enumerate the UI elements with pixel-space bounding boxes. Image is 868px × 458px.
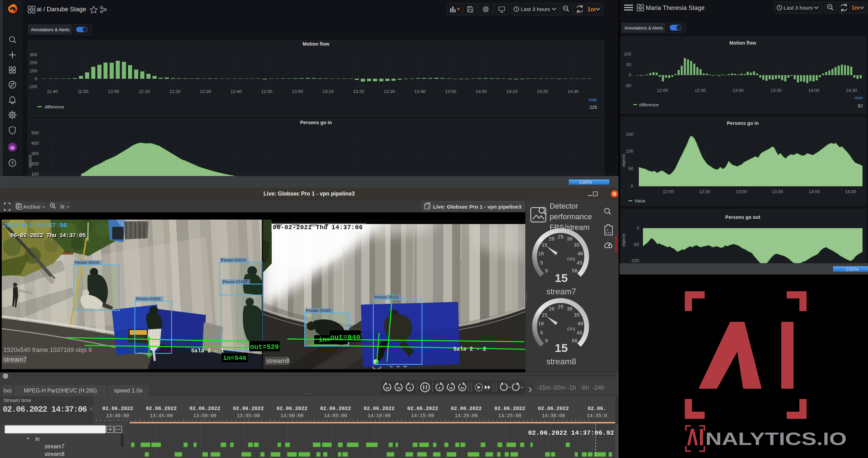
svg-text:objects: objects bbox=[621, 154, 626, 167]
svg-text:-1h: -1h bbox=[567, 384, 576, 391]
svg-text:14:30: 14:30 bbox=[567, 89, 579, 94]
svg-text:13:00: 13:00 bbox=[732, 88, 744, 93]
svg-text:50: 50 bbox=[629, 166, 633, 171]
svg-text:100%: 100% bbox=[579, 179, 592, 185]
svg-text:13:20: 13:20 bbox=[353, 89, 364, 94]
svg-text:max: max bbox=[854, 95, 863, 100]
svg-text:FPS: FPS bbox=[567, 257, 575, 262]
svg-text:14:00: 14:00 bbox=[476, 89, 487, 94]
svg-text:-24h: -24h bbox=[592, 384, 605, 391]
svg-text:14:00: 14:00 bbox=[809, 189, 820, 194]
svg-text:12:30: 12:30 bbox=[699, 189, 711, 194]
svg-text:100: 100 bbox=[31, 172, 39, 177]
svg-text:13:30: 13:30 bbox=[772, 189, 783, 194]
svg-text:-30m: -30m bbox=[551, 384, 565, 391]
svg-text:13:50: 13:50 bbox=[445, 89, 456, 94]
svg-text:12:00: 12:00 bbox=[108, 89, 119, 94]
svg-text:14:30: 14:30 bbox=[845, 189, 856, 194]
svg-text:15: 15 bbox=[555, 341, 568, 354]
svg-text:200: 200 bbox=[30, 60, 37, 65]
svg-text:13:55:00: 13:55:00 bbox=[237, 413, 260, 419]
svg-text:Last 3 hours: Last 3 hours bbox=[784, 5, 813, 11]
svg-text:11:40: 11:40 bbox=[47, 89, 58, 94]
svg-text:10: 10 bbox=[449, 386, 453, 390]
svg-text:50: 50 bbox=[572, 338, 578, 344]
svg-text:speed 1.0x: speed 1.0x bbox=[114, 387, 143, 394]
svg-text:Detector: Detector bbox=[550, 202, 578, 210]
svg-text:difference: difference bbox=[639, 102, 659, 107]
svg-text:+: + bbox=[457, 6, 460, 12]
svg-text:15: 15 bbox=[542, 243, 548, 248]
svg-text:Person 76112: Person 76112 bbox=[375, 295, 399, 299]
svg-text:13:40:00: 13:40:00 bbox=[106, 413, 129, 419]
svg-text:-15m: -15m bbox=[537, 384, 551, 391]
svg-text:14:20: 14:20 bbox=[537, 89, 548, 94]
svg-text:Person 61617: Person 61617 bbox=[223, 280, 247, 284]
svg-text:100: 100 bbox=[626, 149, 633, 154]
svg-text:02.06.2022: 02.06.2022 bbox=[277, 406, 307, 412]
svg-text:02.06.2022: 02.06.2022 bbox=[494, 406, 525, 412]
svg-text:12:30: 12:30 bbox=[695, 88, 706, 93]
svg-text:-50: -50 bbox=[625, 83, 631, 88]
svg-text:30: 30 bbox=[460, 386, 464, 390]
svg-text:12:10: 12:10 bbox=[139, 89, 150, 94]
svg-text:14:00:00: 14:00:00 bbox=[280, 413, 303, 419]
svg-text:13:00: 13:00 bbox=[292, 89, 303, 94]
svg-text:11:50: 11:50 bbox=[78, 89, 89, 94]
svg-text:14:30: 14:30 bbox=[846, 88, 857, 93]
svg-text:in=546: in=546 bbox=[223, 354, 246, 362]
svg-text:MPEG-H Part2/HEVC (H.265): MPEG-H Part2/HEVC (H.265) bbox=[24, 388, 97, 394]
svg-text:50: 50 bbox=[626, 62, 631, 67]
svg-text:12:50: 12:50 bbox=[261, 89, 272, 94]
svg-text:02.06.2022 14:37:06: 02.06.2022 14:37:06 bbox=[3, 405, 87, 414]
svg-text:0x0: 0x0 bbox=[3, 388, 12, 394]
svg-text:14:15:00: 14:15:00 bbox=[411, 413, 434, 419]
svg-text:12:20: 12:20 bbox=[169, 89, 180, 94]
svg-text:02.06.2022: 02.06.2022 bbox=[102, 406, 133, 412]
svg-text:Person 61591: Person 61591 bbox=[136, 297, 161, 301]
svg-text:Sala 2 - 1: Sala 2 - 1 bbox=[191, 348, 224, 354]
svg-text:Live: Globsec Pro 1 - vpn pipe: Live: Globsec Pro 1 - vpn pipeline3 bbox=[263, 191, 355, 197]
svg-text:50: 50 bbox=[572, 268, 578, 274]
svg-text:-100: -100 bbox=[630, 258, 639, 263]
svg-text:02.06.2022: 02.06.2022 bbox=[538, 406, 569, 412]
svg-text:25: 25 bbox=[558, 304, 564, 310]
svg-text:35: 35 bbox=[574, 313, 579, 318]
svg-text:13:50:00: 13:50:00 bbox=[193, 413, 216, 419]
svg-text:Live: Globsec Pro 1 - vpn pipe: Live: Globsec Pro 1 - vpn pipeline3 bbox=[433, 204, 521, 210]
svg-text:Archive: Archive bbox=[23, 204, 40, 210]
svg-text:300: 300 bbox=[30, 52, 37, 57]
svg-text:10: 10 bbox=[397, 386, 400, 390]
svg-text:0: 0 bbox=[545, 268, 548, 274]
svg-text:20: 20 bbox=[549, 236, 554, 242]
svg-text:14:35:0: 14:35:0 bbox=[587, 413, 607, 419]
svg-text:5: 5 bbox=[540, 330, 543, 336]
svg-text:225: 225 bbox=[589, 105, 597, 110]
svg-text:02.06.2022: 02.06.2022 bbox=[364, 406, 395, 412]
svg-text:5: 5 bbox=[409, 386, 411, 390]
svg-text:40: 40 bbox=[577, 251, 583, 257]
svg-text:Person 61614: Person 61614 bbox=[221, 258, 246, 262]
svg-text:0: 0 bbox=[35, 76, 37, 81]
svg-text:100: 100 bbox=[624, 51, 631, 57]
svg-text:0: 0 bbox=[631, 184, 633, 189]
svg-text:FPS: FPS bbox=[567, 327, 575, 332]
svg-text:ai / Danube Stage: ai / Danube Stage bbox=[37, 6, 86, 13]
svg-text:stream8: stream8 bbox=[45, 451, 64, 457]
svg-text:100: 100 bbox=[30, 68, 37, 73]
svg-text:performance: performance bbox=[550, 212, 592, 221]
svg-text:30: 30 bbox=[567, 306, 573, 312]
svg-text:35: 35 bbox=[574, 243, 579, 248]
svg-text:14:00: 14:00 bbox=[808, 88, 820, 93]
svg-text:NALYTICS.IO: NALYTICS.IO bbox=[705, 429, 847, 449]
svg-text:40: 40 bbox=[577, 321, 583, 327]
svg-text:02.06.: 02.06. bbox=[588, 406, 606, 412]
svg-text:stream7: stream7 bbox=[3, 356, 27, 363]
svg-text:14:25:00: 14:25:00 bbox=[498, 413, 521, 419]
svg-text:stream7: stream7 bbox=[45, 444, 64, 449]
svg-text:Motion flow: Motion flow bbox=[303, 41, 329, 47]
svg-text:-6h: -6h bbox=[580, 384, 589, 391]
svg-text:0: 0 bbox=[637, 225, 639, 231]
svg-text:Value: Value bbox=[634, 198, 645, 203]
svg-text:9: 9 bbox=[90, 407, 92, 412]
